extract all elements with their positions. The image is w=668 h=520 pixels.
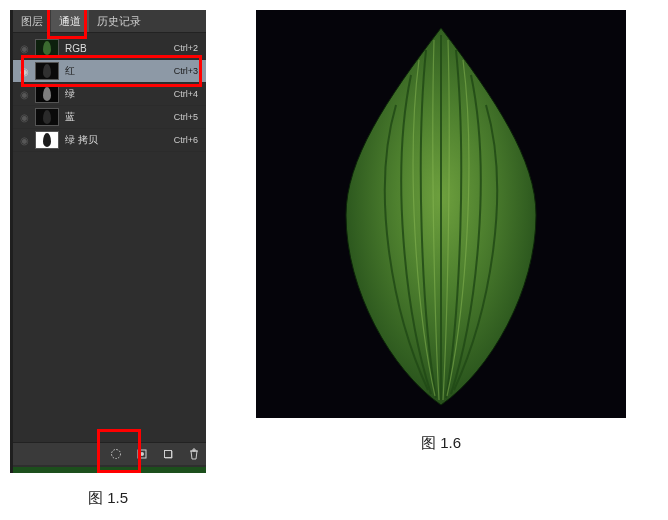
channel-thumb bbox=[35, 131, 59, 149]
channel-shortcut: Ctrl+2 bbox=[174, 43, 198, 53]
tab-history[interactable]: 历史记录 bbox=[89, 10, 149, 32]
channel-shortcut: Ctrl+3 bbox=[174, 66, 198, 76]
channel-shortcut: Ctrl+6 bbox=[174, 135, 198, 145]
tab-channels[interactable]: 通道 bbox=[51, 10, 89, 32]
channel-name: 红 bbox=[65, 64, 174, 78]
channel-thumb bbox=[35, 108, 59, 126]
visibility-toggle-icon[interactable]: ◉ bbox=[17, 87, 31, 101]
channel-row-green-copy[interactable]: ◉ 绿 拷贝 Ctrl+6 bbox=[13, 129, 206, 152]
channel-shortcut: Ctrl+5 bbox=[174, 112, 198, 122]
channel-thumb bbox=[35, 39, 59, 57]
panel-tabs: 图层 通道 历史记录 bbox=[13, 10, 206, 33]
caption-left: 图 1.5 bbox=[88, 489, 128, 508]
svg-point-0 bbox=[112, 450, 121, 459]
channels-panel: 图层 通道 历史记录 ◉ RGB Ctrl+2 ◉ 红 bbox=[10, 10, 206, 473]
leaf-illustration bbox=[256, 10, 626, 418]
svg-point-2 bbox=[140, 452, 144, 456]
caption-right: 图 1.6 bbox=[421, 434, 461, 453]
leaf-image bbox=[256, 10, 626, 418]
new-channel-icon[interactable] bbox=[162, 448, 174, 460]
tab-layers[interactable]: 图层 bbox=[13, 10, 51, 32]
channel-row-blue[interactable]: ◉ 蓝 Ctrl+5 bbox=[13, 106, 206, 129]
channel-name: RGB bbox=[65, 43, 174, 54]
visibility-toggle-icon[interactable]: ◉ bbox=[17, 41, 31, 55]
channel-thumb bbox=[35, 85, 59, 103]
save-selection-icon[interactable] bbox=[136, 448, 148, 460]
channel-thumb bbox=[35, 62, 59, 80]
channel-name: 蓝 bbox=[65, 110, 174, 124]
visibility-toggle-icon[interactable]: ◉ bbox=[17, 110, 31, 124]
load-selection-icon[interactable] bbox=[110, 448, 122, 460]
visibility-toggle-icon[interactable]: ◉ bbox=[17, 64, 31, 78]
channel-name: 绿 bbox=[65, 87, 174, 101]
panel-footer bbox=[13, 442, 206, 465]
channel-row-red[interactable]: ◉ 红 Ctrl+3 bbox=[13, 60, 206, 83]
visibility-toggle-icon[interactable]: ◉ bbox=[17, 133, 31, 147]
channel-row-green[interactable]: ◉ 绿 Ctrl+4 bbox=[13, 83, 206, 106]
svg-rect-3 bbox=[165, 451, 172, 458]
channel-name: 绿 拷贝 bbox=[65, 133, 174, 147]
channel-row-rgb[interactable]: ◉ RGB Ctrl+2 bbox=[13, 37, 206, 60]
channel-list: ◉ RGB Ctrl+2 ◉ 红 Ctrl+3 ◉ 绿 Ctrl+ bbox=[13, 33, 206, 152]
channel-shortcut: Ctrl+4 bbox=[174, 89, 198, 99]
trash-icon[interactable] bbox=[188, 448, 200, 460]
